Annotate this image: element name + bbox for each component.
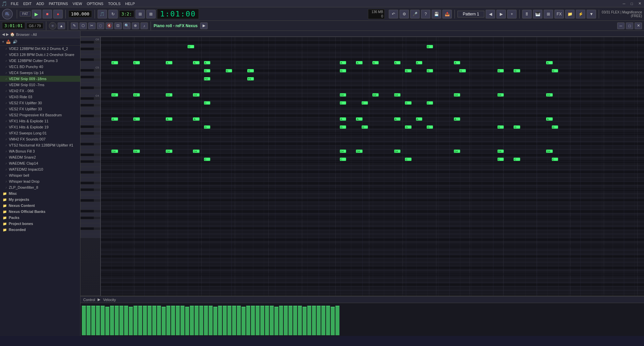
vel-bar-13[interactable]	[143, 306, 147, 335]
vel-bar-50[interactable]	[317, 306, 321, 335]
sidebar-item-10[interactable]: ♪VES2 FX Uplifter 33	[0, 106, 80, 112]
menu-edit[interactable]: EDIT	[22, 2, 33, 6]
vel-bar-0[interactable]	[82, 306, 86, 335]
vel-bar-53[interactable]	[331, 307, 335, 335]
vel-bar-39[interactable]	[265, 306, 269, 335]
vel-bar-12[interactable]	[138, 306, 142, 335]
vel-bar-16[interactable]	[157, 306, 161, 335]
vel-bar-2[interactable]	[91, 306, 95, 335]
close-icon[interactable]: ✕	[638, 1, 641, 6]
sidebar-item-11[interactable]: ♪VES2 Progressive Kit Bassdrum	[0, 112, 80, 118]
sidebar-item-26[interactable]: 📁Nexus Content	[0, 203, 80, 209]
sidebar-item-19[interactable]: ♪WAEDME Clap14	[0, 160, 80, 166]
fx-btn[interactable]: FX	[554, 10, 564, 18]
sidebar-item-13[interactable]: ♪VFX1 Hits & Explode 19	[0, 124, 80, 130]
undo-btn[interactable]: ↶	[389, 10, 398, 18]
vel-bar-38[interactable]	[260, 306, 264, 335]
pattern-prev[interactable]: ◀	[486, 10, 495, 18]
vel-bar-52[interactable]	[326, 306, 330, 335]
menu-patterns[interactable]: PATTERNS	[48, 2, 69, 6]
tool-btn-2[interactable]: ⊠	[146, 10, 156, 18]
metronome-btn[interactable]: 🎵	[98, 10, 107, 18]
minimize-icon[interactable]: ─	[623, 2, 626, 6]
sidebar-item-15[interactable]: ♪VMH2 FX Sounds 007	[0, 136, 80, 142]
control-label[interactable]: Control	[83, 298, 95, 302]
vel-bar-46[interactable]	[298, 306, 302, 335]
settings-btn[interactable]: ⚙	[399, 10, 409, 18]
arrow-btn[interactable]: ▲	[58, 22, 65, 29]
sidebar-item-30[interactable]: 📁Recorded	[0, 227, 80, 233]
vel-bar-22[interactable]	[185, 307, 189, 335]
menu-tools[interactable]: TOOLS	[107, 2, 121, 6]
logo-btn[interactable]: FL	[2, 9, 13, 19]
vel-bar-45[interactable]	[293, 306, 297, 335]
sidebar-item-28[interactable]: 📁Packs	[0, 215, 80, 221]
vel-bar-4[interactable]	[101, 306, 105, 335]
sidebar-item-17[interactable]: ♪WA Bonus Fill 3	[0, 148, 80, 154]
vel-bar-35[interactable]	[246, 306, 250, 335]
back-icon[interactable]: ◀	[2, 32, 5, 37]
pr-tool-5[interactable]: 🔇	[106, 22, 113, 29]
sidebar-item-3[interactable]: ♪VEC1 BD Punchy 40	[0, 64, 80, 70]
loop-btn[interactable]: ↻	[108, 10, 118, 18]
forward-icon[interactable]: ▶	[6, 32, 9, 37]
vel-bar-48[interactable]	[307, 306, 311, 335]
browser-btn[interactable]: 📁	[565, 10, 575, 18]
pr-minimize-btn[interactable]: ─	[617, 22, 625, 29]
sidebar-item-7[interactable]: ♪VEH2 FX - 066	[0, 88, 80, 94]
pr-nav-arrow[interactable]: ▶	[200, 22, 208, 29]
vel-bar-27[interactable]	[209, 306, 213, 335]
vel-bar-1[interactable]	[87, 306, 91, 335]
menu-file[interactable]: FILE	[10, 2, 19, 6]
sidebar-item-18[interactable]: ♪WAEDM Snare2	[0, 154, 80, 160]
vel-bar-21[interactable]	[180, 306, 184, 335]
pr-tool-6[interactable]: ⊡	[114, 22, 122, 29]
vel-bar-30[interactable]	[223, 306, 227, 335]
piano-btn[interactable]: 🎹	[533, 10, 542, 18]
pr-tool-9[interactable]: ♪	[141, 22, 148, 29]
vel-bar-41[interactable]	[274, 307, 278, 335]
sidebar-item-8[interactable]: ♪VEH3 Ride 03	[0, 94, 80, 100]
sidebar-item-12[interactable]: ♪VFX1 Hits & Explode 11	[0, 118, 80, 124]
vel-bar-3[interactable]	[96, 306, 100, 335]
pr-tool-4[interactable]: ◌	[97, 22, 104, 29]
sidebar-item-27[interactable]: 📁Nexus Official Banks	[0, 209, 80, 215]
pr-tool-3[interactable]: ✂	[88, 22, 96, 29]
vel-bar-49[interactable]	[312, 306, 316, 335]
vel-bar-37[interactable]	[256, 306, 260, 335]
mic-btn[interactable]: 🎤	[410, 10, 420, 18]
pr-tool-1[interactable]: ✎	[71, 22, 78, 29]
knob-btn[interactable]: ○	[49, 22, 56, 30]
vel-bar-10[interactable]	[129, 307, 133, 335]
vel-bar-18[interactable]	[166, 306, 170, 335]
vel-bar-54[interactable]	[335, 306, 339, 335]
sidebar-item-1[interactable]: ♪VDE3 128 BPM Dutc.t 2 Oneshot Snare	[0, 52, 80, 58]
vel-bar-36[interactable]	[251, 306, 255, 335]
menu-options[interactable]: OPTIONS	[86, 2, 105, 6]
vel-bar-9[interactable]	[124, 306, 128, 335]
vel-bar-29[interactable]	[218, 306, 222, 335]
vel-bar-24[interactable]	[195, 306, 199, 335]
menu-view[interactable]: VIEW	[72, 2, 83, 6]
sidebar-item-23[interactable]: ♪ZLP_Downfilter_8	[0, 184, 80, 190]
play-btn[interactable]: ▶	[32, 10, 41, 18]
vel-bar-28[interactable]	[213, 307, 217, 335]
sidebar-item-14[interactable]: ♪VFX2 Sweeps Long 01	[0, 130, 80, 136]
sidebar-item-9[interactable]: ♪VES2 FX Uplifter 30	[0, 100, 80, 106]
save-btn[interactable]: 💾	[432, 10, 441, 18]
menu-help[interactable]: HELP	[124, 2, 136, 6]
bpm-display[interactable]: 100.000	[68, 10, 92, 17]
vel-bar-15[interactable]	[152, 306, 156, 335]
plugin-btn[interactable]: ⚡	[576, 10, 585, 18]
vel-bar-25[interactable]	[199, 306, 203, 335]
browser-home-icon[interactable]: 🏠	[10, 32, 15, 37]
vel-bar-23[interactable]	[190, 306, 194, 335]
add-folder-btn[interactable]: +	[2, 40, 4, 44]
vel-bar-34[interactable]	[241, 307, 246, 335]
help-btn[interactable]: ?	[421, 10, 430, 18]
pr-tool-2[interactable]: ⬡	[79, 22, 87, 29]
record-btn[interactable]: ●	[53, 10, 63, 18]
step-btn[interactable]: ⊞	[544, 10, 553, 18]
sidebar-item-21[interactable]: ♪Whisper bell	[0, 172, 80, 178]
vel-bar-8[interactable]	[119, 306, 123, 335]
